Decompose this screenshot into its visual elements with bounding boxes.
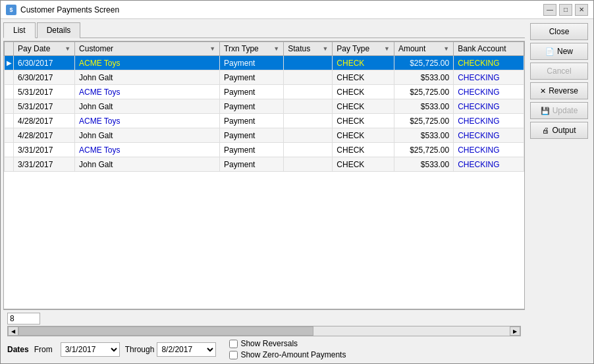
app-icon: $	[6, 5, 16, 15]
maximize-button[interactable]: □	[559, 4, 572, 16]
col-header-paydate[interactable]: Pay Date ▼	[14, 42, 75, 56]
cell-bankaccount: CHECKING	[454, 85, 524, 99]
window-title: Customer Payments Screen	[20, 5, 119, 14]
record-count-bar	[7, 313, 521, 325]
table-row[interactable]: 3/31/2017ACME ToysPaymentCHECK$25,725.00…	[5, 143, 524, 157]
cell-amount: $533.00	[394, 70, 453, 85]
dates-label: Dates	[7, 345, 29, 354]
table-row[interactable]: 3/31/2017John GaltPaymentCHECK$533.00CHE…	[5, 157, 524, 172]
update-button[interactable]: 💾 Update	[530, 102, 588, 119]
cell-paydate: 5/31/2017	[14, 99, 75, 114]
cell-paytype: CHECK	[333, 85, 394, 99]
scrollbar-thumb[interactable]	[18, 326, 313, 336]
table-row[interactable]: 5/31/2017ACME ToysPaymentCHECK$25,725.00…	[5, 85, 524, 99]
row-indicator	[5, 114, 14, 128]
cell-amount: $25,725.00	[394, 56, 453, 70]
cell-paydate: 5/31/2017	[14, 85, 75, 99]
col-header-status[interactable]: Status ▼	[284, 42, 333, 56]
amount-filter-arrow[interactable]: ▼	[443, 45, 449, 52]
cell-customer: ACME Toys	[75, 56, 220, 70]
scroll-right-arrow[interactable]: ▶	[510, 326, 520, 336]
cell-trxntype: Payment	[220, 56, 284, 70]
main-panel: List Details Pay Date ▼	[1, 19, 527, 363]
cell-status	[284, 114, 333, 128]
tab-details[interactable]: Details	[37, 22, 81, 38]
through-label: Through	[125, 345, 155, 354]
cancel-label: Cancel	[547, 66, 571, 76]
reverse-button[interactable]: ✕ Reverse	[530, 82, 588, 99]
show-reversals-checkbox[interactable]	[229, 340, 238, 348]
cell-bankaccount: CHECKING	[454, 157, 524, 172]
col-header-customer[interactable]: Customer ▼	[75, 42, 220, 56]
cell-paytype: CHECK	[333, 128, 394, 143]
col-header-amount[interactable]: Amount ▼	[394, 42, 453, 56]
cell-paytype: CHECK	[333, 143, 394, 157]
through-date-select[interactable]: 8/2/2017	[157, 342, 216, 357]
customer-filter-arrow[interactable]: ▼	[209, 45, 215, 52]
col-header-bankaccount[interactable]: Bank Account	[454, 42, 524, 56]
new-button[interactable]: 📄 New	[530, 43, 588, 60]
table-row[interactable]: 4/28/2017John GaltPaymentCHECK$533.00CHE…	[5, 128, 524, 143]
scroll-left-arrow[interactable]: ◀	[8, 326, 18, 336]
cell-amount: $25,725.00	[394, 85, 453, 99]
side-panel: Close 📄 New Cancel ✕ Reverse 💾 Update 🖨 …	[527, 19, 593, 363]
table-row[interactable]: 4/28/2017ACME ToysPaymentCHECK$25,725.00…	[5, 114, 524, 128]
output-button[interactable]: 🖨 Output	[530, 122, 588, 139]
cell-paytype: CHECK	[333, 114, 394, 128]
output-icon: 🖨	[542, 126, 549, 134]
from-date-select[interactable]: 3/1/2017	[61, 342, 120, 357]
dates-row: Dates From 3/1/2017 Through 8/2/2017	[7, 339, 521, 359]
status-filter-arrow[interactable]: ▼	[322, 45, 328, 52]
cell-customer: John Galt	[75, 99, 220, 114]
row-indicator	[5, 128, 14, 143]
trxntype-filter-arrow[interactable]: ▼	[273, 45, 279, 52]
col-header-paytype[interactable]: Pay Type ▼	[333, 42, 394, 56]
main-window: $ Customer Payments Screen — □ ✕ List De…	[0, 0, 594, 364]
table-body: ▶6/30/2017ACME ToysPaymentCHECK$25,725.0…	[5, 56, 524, 172]
col-header-trxntype[interactable]: Trxn Type ▼	[220, 42, 284, 56]
row-indicator	[5, 85, 14, 99]
show-zero-item: Show Zero-Amount Payments	[229, 350, 346, 359]
checkbox-group: Show Reversals Show Zero-Amount Payments	[229, 339, 346, 359]
show-zero-checkbox[interactable]	[229, 351, 238, 359]
cell-paytype: CHECK	[333, 56, 394, 70]
close-button[interactable]: Close	[530, 23, 588, 40]
cell-paydate: 6/30/2017	[14, 56, 75, 70]
cell-trxntype: Payment	[220, 70, 284, 85]
window-controls: — □ ✕	[543, 4, 588, 16]
output-label: Output	[552, 126, 576, 135]
cell-customer: ACME Toys	[75, 114, 220, 128]
cell-status	[284, 143, 333, 157]
horizontal-scrollbar[interactable]: ◀ ▶	[7, 326, 521, 336]
show-reversals-label: Show Reversals	[240, 339, 298, 348]
cell-status	[284, 70, 333, 85]
paydate-filter-arrow[interactable]: ▼	[65, 45, 70, 52]
record-count-input[interactable]	[7, 313, 40, 325]
row-indicator: ▶	[5, 56, 14, 70]
new-label: New	[557, 47, 573, 56]
table-row[interactable]: 5/31/2017John GaltPaymentCHECK$533.00CHE…	[5, 99, 524, 114]
cell-amount: $25,725.00	[394, 114, 453, 128]
scrollbar-track[interactable]	[18, 326, 510, 336]
indicator-header	[5, 42, 14, 56]
cell-trxntype: Payment	[220, 128, 284, 143]
table-row[interactable]: 6/30/2017John GaltPaymentCHECK$533.00CHE…	[5, 70, 524, 85]
cancel-button[interactable]: Cancel	[530, 63, 588, 80]
cell-bankaccount: CHECKING	[454, 114, 524, 128]
cell-customer: John Galt	[75, 157, 220, 172]
table-header-row: Pay Date ▼ Customer ▼	[5, 42, 524, 56]
tab-list[interactable]: List	[3, 22, 36, 38]
row-indicator	[5, 70, 14, 85]
cell-customer: ACME Toys	[75, 143, 220, 157]
cell-trxntype: Payment	[220, 157, 284, 172]
table-row[interactable]: ▶6/30/2017ACME ToysPaymentCHECK$25,725.0…	[5, 56, 524, 70]
cell-trxntype: Payment	[220, 114, 284, 128]
window-close-button[interactable]: ✕	[575, 4, 588, 16]
minimize-button[interactable]: —	[543, 4, 556, 16]
cell-customer: John Galt	[75, 128, 220, 143]
cell-bankaccount: CHECKING	[454, 99, 524, 114]
cell-paydate: 3/31/2017	[14, 143, 75, 157]
cell-paydate: 4/28/2017	[14, 114, 75, 128]
cell-amount: $533.00	[394, 99, 453, 114]
paytype-filter-arrow[interactable]: ▼	[384, 45, 390, 52]
